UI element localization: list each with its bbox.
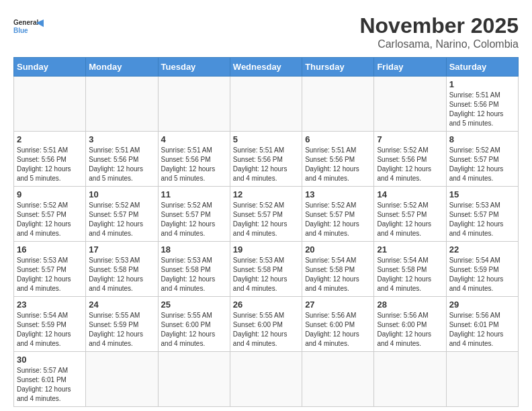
- day-info: Sunrise: 5:56 AM Sunset: 6:00 PM Dayligh…: [305, 311, 371, 349]
- calendar-cell: 3Sunrise: 5:51 AM Sunset: 5:56 PM Daylig…: [86, 132, 158, 187]
- calendar-cell: [86, 352, 158, 407]
- day-info: Sunrise: 5:54 AM Sunset: 5:58 PM Dayligh…: [377, 256, 443, 293]
- day-number: 30: [17, 355, 83, 365]
- day-info: Sunrise: 5:56 AM Sunset: 6:01 PM Dayligh…: [449, 311, 515, 349]
- calendar-cell: [374, 77, 446, 132]
- day-info: Sunrise: 5:54 AM Sunset: 5:59 PM Dayligh…: [449, 256, 515, 293]
- day-number: 2: [17, 134, 83, 144]
- title-area: November 2025 Carlosama, Narino, Colombi…: [359, 13, 519, 50]
- weekday-sunday: Sunday: [14, 58, 86, 77]
- calendar-cell: 22Sunrise: 5:54 AM Sunset: 5:59 PM Dayli…: [446, 242, 518, 297]
- calendar-cell: [446, 352, 518, 407]
- header: General Blue November 2025 Carlosama, Na…: [13, 13, 519, 50]
- day-number: 15: [449, 189, 515, 199]
- day-number: 20: [305, 244, 371, 255]
- week-row-2: 2Sunrise: 5:51 AM Sunset: 5:56 PM Daylig…: [14, 132, 519, 187]
- weekday-header-row: SundayMondayTuesdayWednesdayThursdayFrid…: [14, 58, 519, 77]
- day-info: Sunrise: 5:57 AM Sunset: 6:01 PM Dayligh…: [17, 366, 83, 404]
- calendar-cell: 9Sunrise: 5:52 AM Sunset: 5:57 PM Daylig…: [14, 187, 86, 242]
- week-row-4: 16Sunrise: 5:53 AM Sunset: 5:57 PM Dayli…: [14, 242, 519, 297]
- calendar-cell: [302, 352, 374, 407]
- day-info: Sunrise: 5:52 AM Sunset: 5:57 PM Dayligh…: [377, 201, 443, 238]
- day-number: 21: [377, 244, 443, 255]
- day-number: 23: [17, 300, 83, 310]
- location-subtitle: Carlosama, Narino, Colombia: [359, 38, 519, 50]
- calendar-cell: 23Sunrise: 5:54 AM Sunset: 5:59 PM Dayli…: [14, 297, 86, 352]
- day-number: 3: [89, 134, 154, 144]
- calendar-cell: 21Sunrise: 5:54 AM Sunset: 5:58 PM Dayli…: [374, 242, 446, 297]
- calendar-cell: 6Sunrise: 5:51 AM Sunset: 5:56 PM Daylig…: [302, 132, 374, 187]
- day-number: 7: [377, 134, 443, 144]
- calendar-cell: 24Sunrise: 5:55 AM Sunset: 5:59 PM Dayli…: [86, 297, 158, 352]
- svg-text:Blue: Blue: [13, 27, 28, 34]
- calendar-cell: [158, 77, 230, 132]
- calendar-cell: 14Sunrise: 5:52 AM Sunset: 5:57 PM Dayli…: [374, 187, 446, 242]
- day-number: 29: [449, 300, 515, 310]
- calendar-cell: 19Sunrise: 5:53 AM Sunset: 5:58 PM Dayli…: [230, 242, 302, 297]
- day-number: 14: [377, 189, 443, 199]
- calendar-cell: 11Sunrise: 5:52 AM Sunset: 5:57 PM Dayli…: [158, 187, 230, 242]
- calendar-cell: 8Sunrise: 5:52 AM Sunset: 5:57 PM Daylig…: [446, 132, 518, 187]
- logo: General Blue: [13, 13, 47, 40]
- generalblue-logo: General Blue: [13, 13, 47, 40]
- day-info: Sunrise: 5:52 AM Sunset: 5:57 PM Dayligh…: [89, 201, 154, 238]
- calendar-cell: 12Sunrise: 5:52 AM Sunset: 5:57 PM Dayli…: [230, 187, 302, 242]
- week-row-5: 23Sunrise: 5:54 AM Sunset: 5:59 PM Dayli…: [14, 297, 519, 352]
- day-info: Sunrise: 5:52 AM Sunset: 5:57 PM Dayligh…: [161, 201, 227, 238]
- day-number: 13: [305, 189, 371, 199]
- day-number: 12: [233, 189, 299, 199]
- day-info: Sunrise: 5:53 AM Sunset: 5:58 PM Dayligh…: [233, 256, 299, 293]
- day-number: 28: [377, 300, 443, 310]
- calendar-cell: 13Sunrise: 5:52 AM Sunset: 5:57 PM Dayli…: [302, 187, 374, 242]
- day-number: 24: [89, 300, 154, 310]
- calendar-cell: 28Sunrise: 5:56 AM Sunset: 6:00 PM Dayli…: [374, 297, 446, 352]
- day-number: 16: [17, 244, 83, 255]
- week-row-3: 9Sunrise: 5:52 AM Sunset: 5:57 PM Daylig…: [14, 187, 519, 242]
- weekday-tuesday: Tuesday: [158, 58, 230, 77]
- day-info: Sunrise: 5:52 AM Sunset: 5:57 PM Dayligh…: [305, 201, 371, 238]
- calendar-cell: [14, 77, 86, 132]
- calendar-cell: 1Sunrise: 5:51 AM Sunset: 5:56 PM Daylig…: [446, 77, 518, 132]
- day-info: Sunrise: 5:51 AM Sunset: 5:56 PM Dayligh…: [233, 146, 299, 183]
- day-number: 5: [233, 134, 299, 144]
- day-info: Sunrise: 5:52 AM Sunset: 5:57 PM Dayligh…: [17, 201, 83, 238]
- day-info: Sunrise: 5:53 AM Sunset: 5:57 PM Dayligh…: [17, 256, 83, 293]
- calendar-cell: 2Sunrise: 5:51 AM Sunset: 5:56 PM Daylig…: [14, 132, 86, 187]
- weekday-monday: Monday: [86, 58, 158, 77]
- calendar-cell: 10Sunrise: 5:52 AM Sunset: 5:57 PM Dayli…: [86, 187, 158, 242]
- day-number: 11: [161, 189, 227, 199]
- day-info: Sunrise: 5:52 AM Sunset: 5:57 PM Dayligh…: [449, 146, 515, 183]
- day-number: 6: [305, 134, 371, 144]
- calendar-cell: 5Sunrise: 5:51 AM Sunset: 5:56 PM Daylig…: [230, 132, 302, 187]
- svg-text:General: General: [13, 19, 38, 26]
- day-number: 27: [305, 300, 371, 310]
- day-info: Sunrise: 5:51 AM Sunset: 5:56 PM Dayligh…: [305, 146, 371, 183]
- day-info: Sunrise: 5:52 AM Sunset: 5:56 PM Dayligh…: [377, 146, 443, 183]
- day-info: Sunrise: 5:54 AM Sunset: 5:58 PM Dayligh…: [305, 256, 371, 293]
- day-info: Sunrise: 5:52 AM Sunset: 5:57 PM Dayligh…: [233, 201, 299, 238]
- calendar-cell: 30Sunrise: 5:57 AM Sunset: 6:01 PM Dayli…: [14, 352, 86, 407]
- calendar-cell: [230, 77, 302, 132]
- day-info: Sunrise: 5:55 AM Sunset: 6:00 PM Dayligh…: [161, 311, 227, 349]
- day-number: 25: [161, 300, 227, 310]
- day-number: 22: [449, 244, 515, 255]
- day-number: 26: [233, 300, 299, 310]
- day-number: 1: [449, 79, 515, 89]
- calendar-cell: 27Sunrise: 5:56 AM Sunset: 6:00 PM Dayli…: [302, 297, 374, 352]
- calendar-cell: 25Sunrise: 5:55 AM Sunset: 6:00 PM Dayli…: [158, 297, 230, 352]
- calendar-cell: 7Sunrise: 5:52 AM Sunset: 5:56 PM Daylig…: [374, 132, 446, 187]
- calendar-cell: [86, 77, 158, 132]
- day-number: 19: [233, 244, 299, 255]
- calendar-cell: [230, 352, 302, 407]
- day-info: Sunrise: 5:53 AM Sunset: 5:57 PM Dayligh…: [449, 201, 515, 238]
- calendar-cell: 20Sunrise: 5:54 AM Sunset: 5:58 PM Dayli…: [302, 242, 374, 297]
- calendar-cell: 15Sunrise: 5:53 AM Sunset: 5:57 PM Dayli…: [446, 187, 518, 242]
- calendar-cell: 29Sunrise: 5:56 AM Sunset: 6:01 PM Dayli…: [446, 297, 518, 352]
- calendar-cell: 4Sunrise: 5:51 AM Sunset: 5:56 PM Daylig…: [158, 132, 230, 187]
- day-number: 10: [89, 189, 154, 199]
- day-info: Sunrise: 5:55 AM Sunset: 5:59 PM Dayligh…: [89, 311, 154, 349]
- calendar-cell: 18Sunrise: 5:53 AM Sunset: 5:58 PM Dayli…: [158, 242, 230, 297]
- month-title: November 2025: [359, 13, 519, 38]
- day-info: Sunrise: 5:53 AM Sunset: 5:58 PM Dayligh…: [89, 256, 154, 293]
- weekday-thursday: Thursday: [302, 58, 374, 77]
